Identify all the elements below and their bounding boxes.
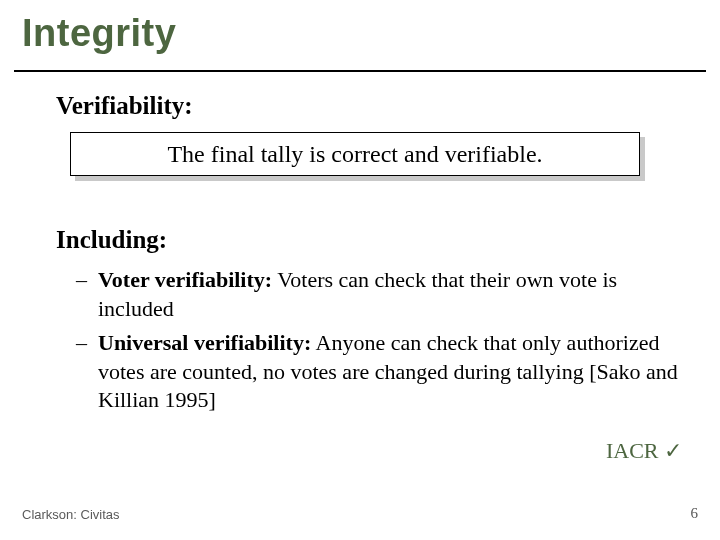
iacr-label: IACR [606,438,659,463]
iacr-badge: IACR ✓ [606,438,682,464]
slide-title: Integrity [22,12,176,55]
check-icon: ✓ [664,438,682,463]
list-item: Voter verifiability: Voters can check th… [76,266,680,323]
bullet-term: Voter verifiability: [98,267,272,292]
box-frame: The final tally is correct and verifiabl… [70,132,640,176]
definition-text: The final tally is correct and verifiabl… [167,141,542,168]
including-heading: Including: [56,226,167,254]
definition-box: The final tally is correct and verifiabl… [70,132,640,176]
page-number: 6 [691,505,699,522]
list-item: Universal verifiability: Anyone can chec… [76,329,680,415]
verifiability-heading: Verifiability: [56,92,193,120]
footer-author: Clarkson: Civitas [22,507,120,522]
bullet-term: Universal verifiability: [98,330,311,355]
slide: Integrity Verifiability: The final tally… [0,0,720,540]
title-underline [14,70,706,72]
bullet-list: Voter verifiability: Voters can check th… [76,266,680,421]
